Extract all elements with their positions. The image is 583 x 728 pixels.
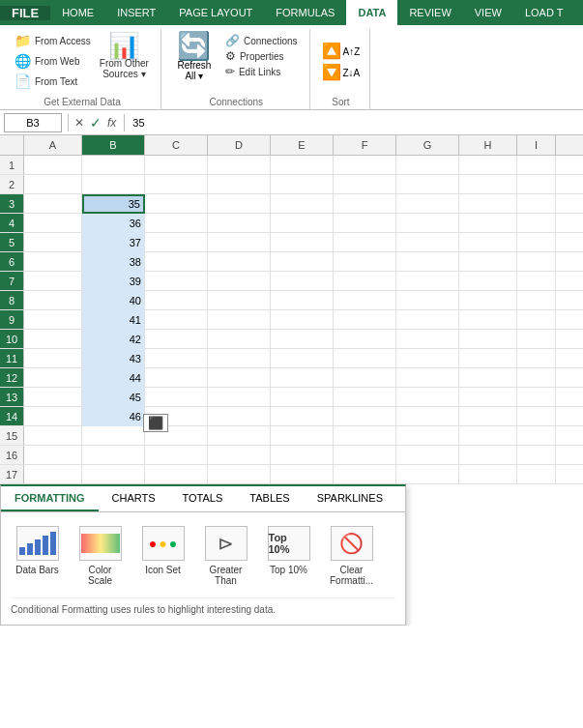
row-number-6[interactable]: 6 <box>0 252 24 271</box>
cell-H4[interactable] <box>459 214 517 233</box>
row-number-14[interactable]: 14 <box>0 407 24 425</box>
cell-B5[interactable]: 37 <box>82 233 145 252</box>
cell-I3[interactable] <box>517 194 556 214</box>
cell-E1[interactable] <box>271 156 334 175</box>
from-text-button[interactable]: 📄 From Text <box>12 72 94 91</box>
file-tab[interactable]: FILE <box>6 6 44 20</box>
edit-links-button[interactable]: ✏ Edit Links <box>221 64 302 79</box>
cell-H7[interactable] <box>459 272 517 291</box>
cell-E2[interactable] <box>271 175 334 194</box>
top-10-item[interactable]: Top 10% Top 10% <box>262 522 315 590</box>
cell-A12[interactable] <box>24 368 82 388</box>
col-header-h[interactable]: H <box>459 135 517 155</box>
cell-A4[interactable] <box>24 214 82 233</box>
cell-E6[interactable] <box>271 252 334 272</box>
cell-A9[interactable] <box>24 310 82 330</box>
greater-than-item[interactable]: ⊳ GreaterThan <box>199 522 252 590</box>
ribbon-tab-data[interactable]: DATA <box>346 0 397 25</box>
row-number-12[interactable]: 12 <box>0 368 24 387</box>
cell-D15[interactable] <box>208 426 271 446</box>
col-header-f[interactable]: F <box>334 135 396 155</box>
cell-F3[interactable] <box>334 194 396 214</box>
popup-tab-charts[interactable]: CHARTS <box>99 486 169 511</box>
from-other-sources-button[interactable]: 📊 From Other Sources ▾ <box>96 31 153 81</box>
sort-za-button[interactable]: 🔽 Z↓A <box>320 63 363 82</box>
popup-tab-totals[interactable]: TOTALS <box>169 486 237 511</box>
cell-B1[interactable] <box>82 156 145 175</box>
cell-A6[interactable] <box>24 252 82 272</box>
cell-H6[interactable] <box>459 252 517 272</box>
cell-A11[interactable] <box>24 349 82 368</box>
cell-A16[interactable] <box>24 446 82 465</box>
cell-C13[interactable] <box>145 388 208 407</box>
cell-G12[interactable] <box>396 368 459 388</box>
cell-A15[interactable] <box>24 426 82 446</box>
cell-G17[interactable] <box>396 465 459 484</box>
cell-D6[interactable] <box>208 252 271 272</box>
cell-D14[interactable] <box>208 407 271 426</box>
cell-A1[interactable] <box>24 156 82 175</box>
cell-I7[interactable] <box>517 272 556 291</box>
cell-I16[interactable] <box>517 446 556 465</box>
cell-C16[interactable] <box>145 446 208 465</box>
row-number-10[interactable]: 10 <box>0 330 24 348</box>
cell-F5[interactable] <box>334 233 396 252</box>
cell-G7[interactable] <box>396 272 459 291</box>
cell-H13[interactable] <box>459 388 517 407</box>
cell-I2[interactable] <box>517 175 556 194</box>
cell-C12[interactable] <box>145 368 208 388</box>
cancel-formula-button[interactable]: ✕ <box>74 116 84 130</box>
cell-H5[interactable] <box>459 233 517 252</box>
ribbon-tab-formulas[interactable]: FORMULAS <box>264 0 346 25</box>
cell-E15[interactable] <box>271 426 334 446</box>
cell-F14[interactable] <box>334 407 396 426</box>
cell-I13[interactable] <box>517 388 556 407</box>
cell-E14[interactable] <box>271 407 334 426</box>
cell-B2[interactable] <box>82 175 145 194</box>
row-number-7[interactable]: 7 <box>0 272 24 290</box>
col-header-b[interactable]: B <box>82 135 145 155</box>
row-number-15[interactable]: 15 <box>0 426 24 445</box>
cell-A8[interactable] <box>24 291 82 310</box>
cell-reference-input[interactable] <box>4 113 62 132</box>
cell-I4[interactable] <box>517 214 556 233</box>
cell-A17[interactable] <box>24 465 82 484</box>
cell-H8[interactable] <box>459 291 517 310</box>
ribbon-tab-load-t[interactable]: LOAD T <box>513 0 575 25</box>
from-access-button[interactable]: 📁 From Access <box>12 31 94 50</box>
properties-button[interactable]: ⚙ Properties <box>221 48 302 64</box>
cell-D13[interactable] <box>208 388 271 407</box>
cell-A7[interactable] <box>24 272 82 291</box>
row-number-4[interactable]: 4 <box>0 214 24 232</box>
cell-I12[interactable] <box>517 368 556 388</box>
cell-H15[interactable] <box>459 426 517 446</box>
cell-B3[interactable]: 35 <box>82 194 145 214</box>
cell-H17[interactable] <box>459 465 517 484</box>
col-header-d[interactable]: D <box>208 135 271 155</box>
cell-G5[interactable] <box>396 233 459 252</box>
cell-D11[interactable] <box>208 349 271 368</box>
cell-D12[interactable] <box>208 368 271 388</box>
col-header-i[interactable]: I <box>517 135 556 155</box>
data-bars-item[interactable]: Data Bars <box>11 522 64 590</box>
cell-B7[interactable]: 39 <box>82 272 145 291</box>
cell-C8[interactable] <box>145 291 208 310</box>
cell-F10[interactable] <box>334 330 396 349</box>
col-header-e[interactable]: E <box>271 135 334 155</box>
cell-F11[interactable] <box>334 349 396 368</box>
cell-D10[interactable] <box>208 330 271 349</box>
cell-A5[interactable] <box>24 233 82 252</box>
row-number-8[interactable]: 8 <box>0 291 24 309</box>
cell-B8[interactable]: 40 <box>82 291 145 310</box>
cell-D7[interactable] <box>208 272 271 291</box>
cell-D3[interactable] <box>208 194 271 214</box>
cell-G11[interactable] <box>396 349 459 368</box>
color-scale-item[interactable]: ColorScale <box>73 522 127 590</box>
cell-D4[interactable] <box>208 214 271 233</box>
cell-H1[interactable] <box>459 156 517 175</box>
quick-analysis-button[interactable]: ⬛ <box>143 414 168 432</box>
cell-G8[interactable] <box>396 291 459 310</box>
cell-F4[interactable] <box>334 214 396 233</box>
cell-E11[interactable] <box>271 349 334 368</box>
clear-formatting-item[interactable]: 🚫 ClearFormatti... <box>325 522 378 590</box>
